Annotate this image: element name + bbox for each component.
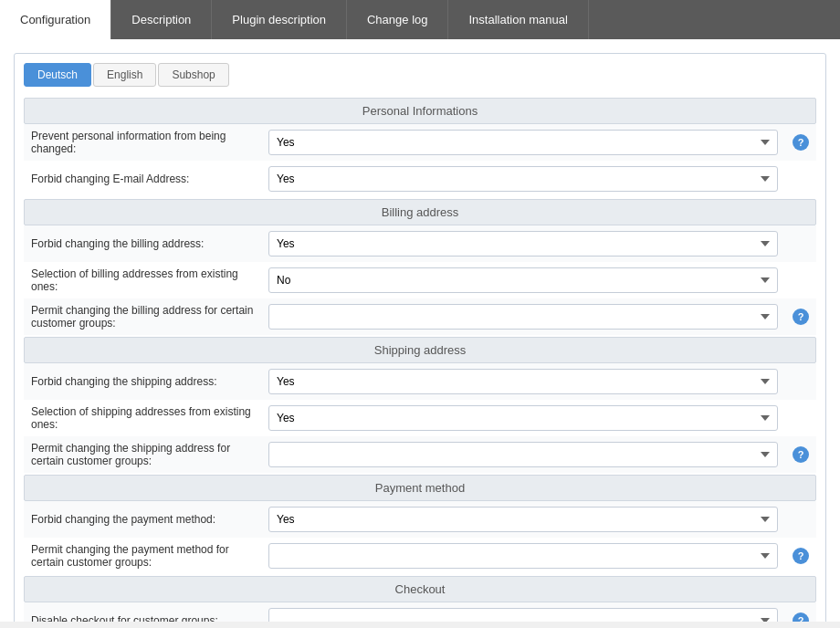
selection-billing-label: Selection of billing addresses from exis… (31, 267, 238, 293)
permit-shipping-groups-help-icon[interactable]: ? (793, 446, 809, 463)
permit-billing-groups-select[interactable] (268, 304, 778, 330)
prevent-personal-info-select[interactable]: Yes No (268, 130, 778, 155)
tab-installation-manual[interactable]: Installation manual (448, 0, 588, 39)
forbid-shipping-select[interactable]: Yes No (268, 369, 778, 394)
forbid-payment-select[interactable]: Yes No (268, 507, 778, 532)
permit-payment-groups-help-icon[interactable]: ? (793, 548, 809, 564)
lang-tab-english[interactable]: English (93, 63, 156, 87)
selection-billing-select[interactable]: Yes No (268, 267, 778, 293)
permit-shipping-groups-label: Permit changing the shipping address for… (31, 442, 230, 467)
forbid-email-label: Forbid changing E-mail Address: (31, 173, 189, 185)
table-row: Selection of shipping addresses from exi… (24, 400, 816, 436)
selection-shipping-label: Selection of shipping addresses from exi… (31, 405, 251, 431)
permit-payment-groups-label: Permit changing the payment method for c… (31, 543, 229, 569)
personal-info-header: Personal Informations (24, 98, 816, 124)
permit-billing-groups-help-icon[interactable]: ? (793, 309, 809, 325)
permit-billing-groups-label: Permit changing the billing address for … (31, 304, 253, 330)
forbid-billing-select[interactable]: Yes No (268, 231, 778, 256)
checkout-section: Checkout Disable checkout for customer g… (24, 576, 816, 622)
table-row: Permit changing the payment method for c… (24, 538, 816, 574)
tab-plugin-description[interactable]: Plugin description (212, 0, 347, 39)
inner-panel: Deutsch English Subshop Personal Informa… (14, 53, 826, 622)
forbid-email-select[interactable]: Yes No (268, 166, 778, 192)
payment-method-header: Payment method (24, 475, 816, 501)
payment-method-section: Payment method Forbid changing the payme… (24, 475, 816, 574)
table-row: Permit changing the billing address for … (24, 298, 816, 335)
table-row: Disable checkout for customer groups: ? (24, 602, 816, 622)
table-row: Forbid changing E-mail Address: Yes No (24, 161, 816, 197)
tab-change-log[interactable]: Change log (347, 0, 449, 39)
permit-shipping-groups-select[interactable] (268, 442, 778, 467)
table-row: Forbid changing the billing address: Yes… (24, 225, 816, 262)
table-row: Prevent personal information from being … (24, 124, 816, 161)
forbid-billing-label: Forbid changing the billing address: (31, 237, 204, 250)
lang-tabs-container: Deutsch English Subshop (24, 63, 816, 87)
main-content: Deutsch English Subshop Personal Informa… (0, 39, 840, 622)
shipping-address-section: Shipping address Forbid changing the shi… (24, 337, 816, 473)
selection-shipping-select[interactable]: Yes No (268, 405, 778, 431)
table-row: Selection of billing addresses from exis… (24, 262, 816, 298)
table-row: Forbid changing the shipping address: Ye… (24, 363, 816, 400)
table-row: Forbid changing the payment method: Yes … (24, 501, 816, 538)
tab-configuration[interactable]: Configuration (0, 0, 111, 39)
disable-checkout-groups-help-icon[interactable]: ? (793, 612, 809, 622)
forbid-payment-label: Forbid changing the payment method: (31, 513, 215, 526)
disable-checkout-groups-label: Disable checkout for customer groups: (31, 614, 218, 622)
disable-checkout-groups-select[interactable] (268, 608, 778, 622)
lang-tab-subshop[interactable]: Subshop (158, 63, 228, 87)
personal-info-section: Personal Informations Prevent personal i… (24, 98, 816, 197)
prevent-personal-info-label: Prevent personal information from being … (31, 130, 226, 155)
permit-payment-groups-select[interactable] (268, 543, 778, 569)
shipping-address-header: Shipping address (24, 337, 816, 363)
top-tabs-container: Configuration Description Plugin descrip… (0, 0, 840, 39)
prevent-personal-info-help-icon[interactable]: ? (793, 134, 809, 151)
checkout-header: Checkout (24, 576, 816, 602)
billing-address-header: Billing address (24, 199, 816, 225)
lang-tab-deutsch[interactable]: Deutsch (24, 63, 91, 87)
billing-address-section: Billing address Forbid changing the bill… (24, 199, 816, 335)
tab-description[interactable]: Description (111, 0, 212, 39)
forbid-shipping-label: Forbid changing the shipping address: (31, 375, 216, 388)
table-row: Permit changing the shipping address for… (24, 436, 816, 473)
